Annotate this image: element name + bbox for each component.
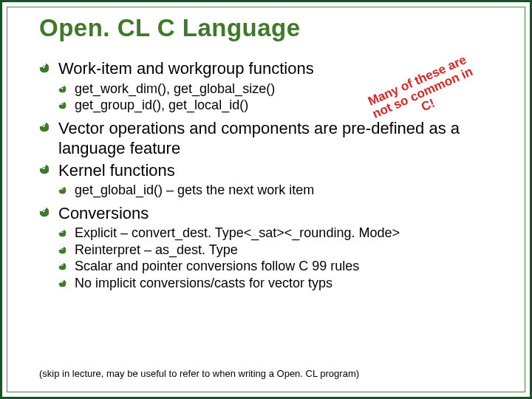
list-item: Vector operations and components are pre… xyxy=(39,118,500,159)
list-item-label: Conversions xyxy=(58,204,149,222)
sub-list-item: get_group_id(), get_local_id() xyxy=(58,97,500,114)
bullet-list: Work-item and workgroup functions get_wo… xyxy=(39,58,500,291)
sub-list: get_work_dim(), get_global_size() get_gr… xyxy=(58,81,500,114)
sub-list-item: Reinterpret – as_dest. Type xyxy=(58,242,500,259)
sub-list-item: get_global_id() – gets the next work ite… xyxy=(58,182,500,199)
slide-title: Open. CL C Language xyxy=(39,14,500,42)
sub-list-item: Scalar and pointer conversions follow C … xyxy=(58,258,500,275)
list-item-label: Work-item and workgroup functions xyxy=(58,59,314,78)
slide-frame: Open. CL C Language Many of these are no… xyxy=(0,0,532,399)
sub-list-item: get_work_dim(), get_global_size() xyxy=(58,81,500,98)
list-item: Work-item and workgroup functions get_wo… xyxy=(39,58,500,114)
sub-list: get_global_id() – gets the next work ite… xyxy=(58,182,500,199)
sub-list-item: No implicit conversions/casts for vector… xyxy=(58,275,500,292)
sub-list: Explicit – convert_dest. Type<_sat><_rou… xyxy=(58,225,500,291)
slide-content: Open. CL C Language Many of these are no… xyxy=(39,14,500,382)
sub-list-item: Explicit – convert_dest. Type<_sat><_rou… xyxy=(58,225,500,242)
list-item: Conversions Explicit – convert_dest. Typ… xyxy=(39,203,500,292)
list-item-label: Kernel functions xyxy=(58,161,175,180)
list-item: Kernel functions get_global_id() – gets … xyxy=(39,160,500,199)
footer-note: (skip in lecture, may be useful to refer… xyxy=(39,368,359,379)
list-item-label: Vector operations and components are pre… xyxy=(58,119,460,158)
